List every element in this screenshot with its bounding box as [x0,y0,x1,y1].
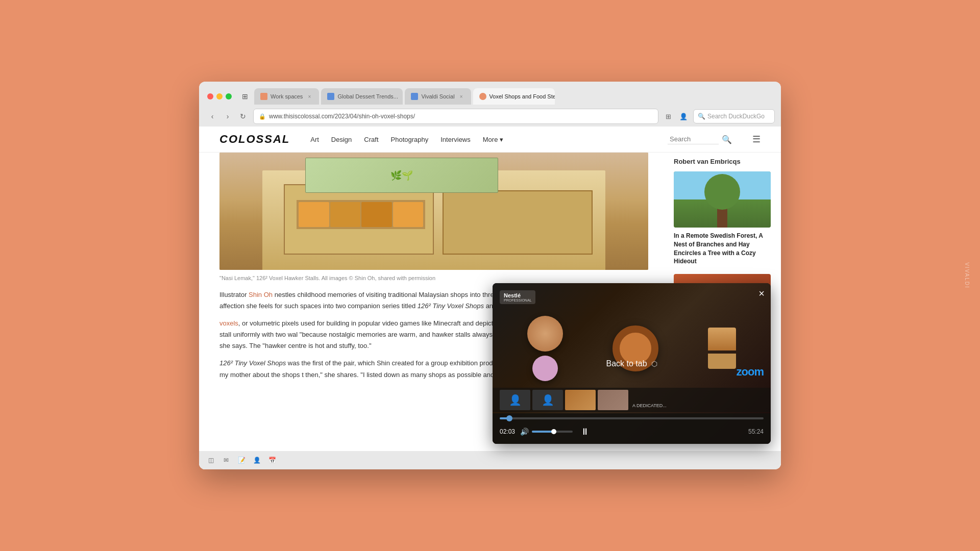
browser-chrome: ⊞ Work spaces × Global Dessert Trends...… [199,82,781,127]
bottom-contacts-btn[interactable]: 👤 [251,455,262,466]
video-current-time: 02:03 [500,428,515,435]
tab-close-vivaldi-social[interactable]: × [458,93,465,100]
thumb-person-1: 👤 [500,390,530,410]
video-total-time: 55:24 [748,428,764,435]
volume-icon[interactable]: 🔊 [520,428,529,436]
tab-label-workspaces: Work spaces [271,93,303,99]
reload-button[interactable]: ↻ [236,109,250,123]
url-text: www.thisiscolossal.com/2023/04/shin-oh-v… [269,113,415,120]
volume-control: 🔊 [520,428,573,436]
zoom-logo: zoom [737,365,764,379]
shin-oh-link[interactable]: Shin Oh [249,291,273,298]
tab-label-voxel: Voxel Shops and Food Ste... [489,93,555,99]
tab-vivaldi-social[interactable]: Vivaldi Social × [405,88,471,105]
vivaldi-text: VIVALDI [964,262,970,289]
browser-window: ⊞ Work spaces × Global Dessert Trends...… [199,82,781,469]
hamburger-menu[interactable]: ☰ [752,134,761,145]
tree-trunk [717,207,727,228]
site-nav: Art Design Craft Photography Interviews … [310,136,647,143]
volume-thumb [551,429,556,434]
bottom-calendar-btn[interactable]: 📅 [266,455,278,466]
external-link-icon: ⬡ [651,360,657,368]
profile-button[interactable]: 👤 [677,110,690,123]
thumb-person-2: 👤 [532,390,563,410]
sidebar-author: Robert van Embricqs [674,158,771,165]
tab-label-vivaldi-social: Vivaldi Social [421,93,454,99]
site-search: 🔍 [668,134,732,144]
search-placeholder: Search DuckDuckGo [707,113,765,120]
nav-more[interactable]: More ▾ [483,136,503,143]
bottom-mail-btn[interactable]: ✉ [220,455,232,466]
video-thumb-4 [598,390,628,410]
tab-bar: ⊞ Work spaces × Global Dessert Trends...… [199,82,781,106]
video-controls-row: 02:03 🔊 ⏸ 55:24 [500,424,764,439]
video-thumb-1: 👤 [500,390,530,410]
browser-bottom-toolbar: ◫ ✉ 📝 👤 📅 [199,451,781,469]
video-thumb-label: A DEDICATED... [632,390,667,410]
site-search-input[interactable] [668,134,719,144]
extensions-button[interactable]: ⊞ [662,110,675,123]
tab-label-dessert: Global Dessert Trends... [337,93,398,99]
video-progress-thumb [506,415,512,421]
tab-favicon-dessert [327,93,334,100]
search-icon: 🔍 [698,113,705,120]
sidebar-card-image-tree [674,171,771,228]
back-to-tab-button[interactable]: Back to tab ⬡ [606,359,657,368]
back-button[interactable]: ‹ [205,109,219,123]
video-progress-fill [500,417,509,419]
search-bar[interactable]: 🔍 Search DuckDuckGo [693,109,775,123]
video-content: Nestlé PROFESSIONAL [493,283,771,444]
video-overlay: Nestlé PROFESSIONAL [493,283,771,444]
tab-dessert[interactable]: Global Dessert Trends... × [321,88,403,105]
video-close-button[interactable]: × [758,288,765,298]
article-hero-image: 🌿🌱 [219,153,648,270]
nav-design[interactable]: Design [331,136,352,143]
browser-actions: ⊞ 👤 [662,110,690,123]
video-thumbnails-strip: 👤 👤 A DEDICATED... zoom [493,388,771,412]
nav-buttons: ‹ › ↻ [205,109,250,123]
bottom-sidebar-btn[interactable]: ◫ [205,455,216,466]
video-thumb-3 [565,390,596,410]
volume-bar[interactable] [532,431,573,433]
voxels-link[interactable]: voxels [219,319,238,327]
tab-close-workspaces[interactable]: × [306,93,313,100]
nav-photography[interactable]: Photography [391,136,429,143]
maximize-window-button[interactable] [226,93,232,99]
tab-close-dessert[interactable]: × [401,93,403,100]
sidebar-toggle-button[interactable]: ⊞ [238,89,252,104]
sidebar-card-tree: In a Remote Swedish Forest, A Nest of Br… [674,171,771,266]
video-controls[interactable]: 02:03 🔊 ⏸ 55:24 [493,413,771,444]
vivaldi-branding: VIVALDI [964,262,970,289]
site-search-icon[interactable]: 🔍 [722,135,732,144]
tab-voxel-active[interactable]: Voxel Shops and Food Ste... × [473,88,555,105]
nav-interviews[interactable]: Interviews [440,136,471,143]
address-bar[interactable]: 🔒 www.thisiscolossal.com/2023/04/shin-oh… [253,109,658,124]
article-caption: "Nasi Lemak," 126² Voxel Hawker Stalls. … [219,275,648,281]
tree-illustration [674,171,771,228]
tab-favicon-vivaldi-social [411,93,418,100]
sidebar-card-title: In a Remote Swedish Forest, A Nest of Br… [674,232,771,266]
pause-button[interactable]: ⏸ [578,424,592,439]
address-bar-row: ‹ › ↻ 🔒 www.thisiscolossal.com/2023/04/s… [199,106,781,127]
nav-art[interactable]: Art [310,136,319,143]
traffic-lights [207,93,232,99]
site-header: COLOSSAL Art Design Craft Photography In… [199,127,781,153]
forward-button[interactable]: › [220,109,235,123]
close-window-button[interactable] [207,93,213,99]
video-thumb-2: 👤 [532,390,563,410]
tree-canopy [704,174,740,210]
bottom-notes-btn[interactable]: 📝 [236,455,247,466]
tab-favicon-voxel [479,93,486,100]
site-logo: COLOSSAL [219,133,290,146]
tab-workspaces[interactable]: Work spaces × [254,88,319,105]
nav-craft[interactable]: Craft [364,136,378,143]
video-progress-bar[interactable] [500,417,764,419]
tab-favicon-workspaces [260,93,267,100]
lock-icon: 🔒 [259,113,266,120]
voxel-scene-illustration: 🌿🌱 [219,153,648,270]
minimize-window-button[interactable] [216,93,223,99]
back-to-tab-label: Back to tab [606,359,647,368]
